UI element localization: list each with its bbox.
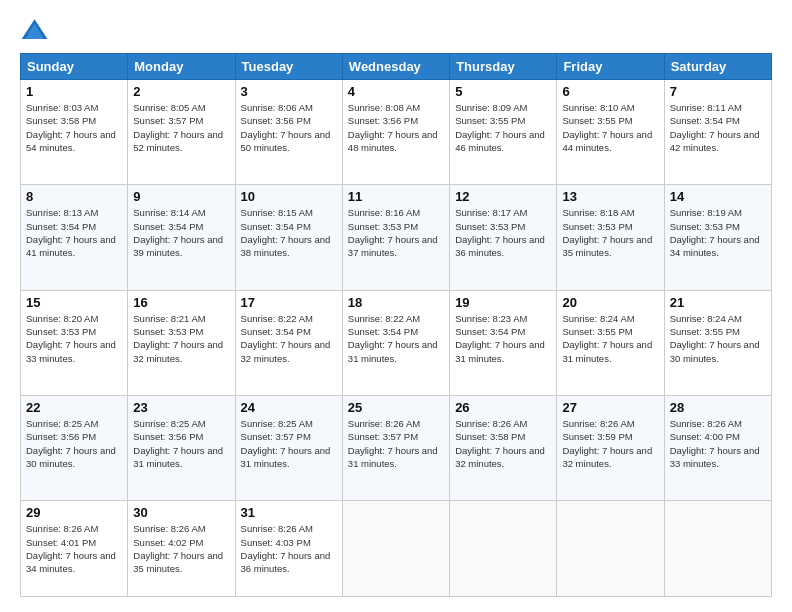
sunset-text: Sunset: 3:55 PM [562,114,658,127]
day-number: 25 [348,400,444,415]
day-info: Sunrise: 8:23 AMSunset: 3:54 PMDaylight:… [455,312,551,365]
day-info: Sunrise: 8:08 AMSunset: 3:56 PMDaylight:… [348,101,444,154]
sunset-text: Sunset: 3:54 PM [348,325,444,338]
sunrise-text: Sunrise: 8:26 AM [670,417,766,430]
calendar-cell: 7Sunrise: 8:11 AMSunset: 3:54 PMDaylight… [664,80,771,185]
sunset-text: Sunset: 3:58 PM [455,430,551,443]
day-info: Sunrise: 8:11 AMSunset: 3:54 PMDaylight:… [670,101,766,154]
calendar-cell: 29Sunrise: 8:26 AMSunset: 4:01 PMDayligh… [21,501,128,597]
day-number: 20 [562,295,658,310]
daylight-text: Daylight: 7 hours and 39 minutes. [133,233,229,260]
calendar-cell: 19Sunrise: 8:23 AMSunset: 3:54 PMDayligh… [450,290,557,395]
daylight-text: Daylight: 7 hours and 36 minutes. [455,233,551,260]
day-number: 4 [348,84,444,99]
sunset-text: Sunset: 3:57 PM [133,114,229,127]
sunrise-text: Sunrise: 8:25 AM [241,417,337,430]
day-info: Sunrise: 8:26 AMSunset: 4:03 PMDaylight:… [241,522,337,575]
day-number: 15 [26,295,122,310]
calendar-cell [557,501,664,597]
day-info: Sunrise: 8:20 AMSunset: 3:53 PMDaylight:… [26,312,122,365]
calendar-header-friday: Friday [557,54,664,80]
calendar-cell: 24Sunrise: 8:25 AMSunset: 3:57 PMDayligh… [235,395,342,500]
day-info: Sunrise: 8:26 AMSunset: 3:59 PMDaylight:… [562,417,658,470]
calendar-cell: 14Sunrise: 8:19 AMSunset: 3:53 PMDayligh… [664,185,771,290]
day-info: Sunrise: 8:15 AMSunset: 3:54 PMDaylight:… [241,206,337,259]
calendar-cell: 1Sunrise: 8:03 AMSunset: 3:58 PMDaylight… [21,80,128,185]
day-number: 24 [241,400,337,415]
calendar-cell: 15Sunrise: 8:20 AMSunset: 3:53 PMDayligh… [21,290,128,395]
sunset-text: Sunset: 4:03 PM [241,536,337,549]
sunrise-text: Sunrise: 8:26 AM [455,417,551,430]
calendar-cell: 17Sunrise: 8:22 AMSunset: 3:54 PMDayligh… [235,290,342,395]
sunset-text: Sunset: 3:59 PM [562,430,658,443]
calendar-header-wednesday: Wednesday [342,54,449,80]
sunrise-text: Sunrise: 8:26 AM [562,417,658,430]
calendar-cell: 10Sunrise: 8:15 AMSunset: 3:54 PMDayligh… [235,185,342,290]
day-number: 29 [26,505,122,520]
day-info: Sunrise: 8:06 AMSunset: 3:56 PMDaylight:… [241,101,337,154]
daylight-text: Daylight: 7 hours and 30 minutes. [26,444,122,471]
calendar-week-row-5: 29Sunrise: 8:26 AMSunset: 4:01 PMDayligh… [21,501,772,597]
calendar-cell: 8Sunrise: 8:13 AMSunset: 3:54 PMDaylight… [21,185,128,290]
daylight-text: Daylight: 7 hours and 31 minutes. [562,338,658,365]
calendar-header-saturday: Saturday [664,54,771,80]
day-info: Sunrise: 8:14 AMSunset: 3:54 PMDaylight:… [133,206,229,259]
calendar-cell: 31Sunrise: 8:26 AMSunset: 4:03 PMDayligh… [235,501,342,597]
daylight-text: Daylight: 7 hours and 31 minutes. [241,444,337,471]
sunrise-text: Sunrise: 8:08 AM [348,101,444,114]
day-info: Sunrise: 8:24 AMSunset: 3:55 PMDaylight:… [670,312,766,365]
sunrise-text: Sunrise: 8:13 AM [26,206,122,219]
sunrise-text: Sunrise: 8:24 AM [562,312,658,325]
day-number: 8 [26,189,122,204]
calendar-cell: 3Sunrise: 8:06 AMSunset: 3:56 PMDaylight… [235,80,342,185]
day-info: Sunrise: 8:25 AMSunset: 3:56 PMDaylight:… [26,417,122,470]
calendar-cell: 27Sunrise: 8:26 AMSunset: 3:59 PMDayligh… [557,395,664,500]
day-number: 22 [26,400,122,415]
sunset-text: Sunset: 3:54 PM [670,114,766,127]
day-number: 21 [670,295,766,310]
daylight-text: Daylight: 7 hours and 35 minutes. [562,233,658,260]
day-info: Sunrise: 8:19 AMSunset: 3:53 PMDaylight:… [670,206,766,259]
day-info: Sunrise: 8:05 AMSunset: 3:57 PMDaylight:… [133,101,229,154]
day-number: 5 [455,84,551,99]
sunrise-text: Sunrise: 8:16 AM [348,206,444,219]
daylight-text: Daylight: 7 hours and 48 minutes. [348,128,444,155]
day-number: 3 [241,84,337,99]
sunrise-text: Sunrise: 8:17 AM [455,206,551,219]
sunrise-text: Sunrise: 8:26 AM [133,522,229,535]
day-number: 26 [455,400,551,415]
day-number: 10 [241,189,337,204]
sunset-text: Sunset: 4:01 PM [26,536,122,549]
calendar-cell: 2Sunrise: 8:05 AMSunset: 3:57 PMDaylight… [128,80,235,185]
sunset-text: Sunset: 3:56 PM [26,430,122,443]
calendar-cell: 4Sunrise: 8:08 AMSunset: 3:56 PMDaylight… [342,80,449,185]
sunset-text: Sunset: 3:54 PM [26,220,122,233]
daylight-text: Daylight: 7 hours and 44 minutes. [562,128,658,155]
sunrise-text: Sunrise: 8:10 AM [562,101,658,114]
daylight-text: Daylight: 7 hours and 54 minutes. [26,128,122,155]
sunset-text: Sunset: 3:53 PM [670,220,766,233]
day-number: 31 [241,505,337,520]
sunrise-text: Sunrise: 8:11 AM [670,101,766,114]
sunset-text: Sunset: 3:55 PM [670,325,766,338]
page: SundayMondayTuesdayWednesdayThursdayFrid… [0,0,792,612]
sunrise-text: Sunrise: 8:05 AM [133,101,229,114]
sunset-text: Sunset: 3:53 PM [562,220,658,233]
calendar-cell: 16Sunrise: 8:21 AMSunset: 3:53 PMDayligh… [128,290,235,395]
calendar-cell: 18Sunrise: 8:22 AMSunset: 3:54 PMDayligh… [342,290,449,395]
day-info: Sunrise: 8:22 AMSunset: 3:54 PMDaylight:… [348,312,444,365]
day-number: 2 [133,84,229,99]
sunset-text: Sunset: 4:00 PM [670,430,766,443]
calendar-cell: 20Sunrise: 8:24 AMSunset: 3:55 PMDayligh… [557,290,664,395]
calendar-cell [664,501,771,597]
calendar-cell: 23Sunrise: 8:25 AMSunset: 3:56 PMDayligh… [128,395,235,500]
calendar-cell [450,501,557,597]
sunrise-text: Sunrise: 8:14 AM [133,206,229,219]
day-info: Sunrise: 8:26 AMSunset: 4:02 PMDaylight:… [133,522,229,575]
calendar-cell: 11Sunrise: 8:16 AMSunset: 3:53 PMDayligh… [342,185,449,290]
sunset-text: Sunset: 3:54 PM [133,220,229,233]
day-number: 16 [133,295,229,310]
calendar-cell: 5Sunrise: 8:09 AMSunset: 3:55 PMDaylight… [450,80,557,185]
daylight-text: Daylight: 7 hours and 31 minutes. [133,444,229,471]
day-info: Sunrise: 8:21 AMSunset: 3:53 PMDaylight:… [133,312,229,365]
